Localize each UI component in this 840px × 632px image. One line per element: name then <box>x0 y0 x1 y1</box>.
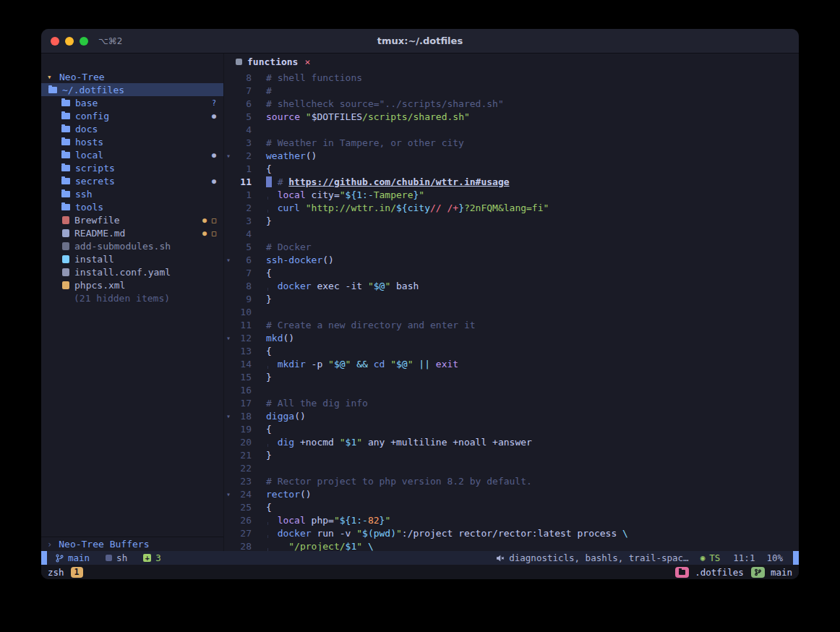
tree-item-phpcs-xml[interactable]: phpcs.xml <box>41 278 223 291</box>
fold-gutter <box>224 98 233 111</box>
line-text: curl "http://wttr.in/${city// /+}?2nFQM&… <box>252 202 549 215</box>
code-line[interactable]: 3} <box>224 215 799 228</box>
tmux-window-index-badge[interactable]: 1 <box>71 567 83 578</box>
code-line[interactable]: ▾6ssh-docker() <box>224 254 799 267</box>
code-line[interactable]: 5source "$DOTFILES/scripts/shared.sh" <box>224 111 799 124</box>
neotree-file-list[interactable]: ▾Neo-Tree~/.dotfilesbase?config●docshost… <box>41 70 223 537</box>
zoom-window-button[interactable] <box>80 37 88 46</box>
line-number: 14 <box>233 358 252 371</box>
line-number: 7 <box>233 85 252 98</box>
code-line[interactable]: 16 <box>224 384 799 397</box>
tree-item-label: config <box>75 111 109 121</box>
code-line[interactable]: 8 docker exec -it "$@" bash <box>224 280 799 293</box>
tree-item-base[interactable]: base? <box>41 96 223 109</box>
tmux-path-label: .dotfiles <box>695 567 744 578</box>
neotree-buffers-section[interactable]: › Neo-Tree Buffers <box>41 537 223 551</box>
fold-chevron-icon[interactable]: ▾ <box>224 150 233 163</box>
code-line[interactable]: 28 "/project/$1" \ <box>224 540 799 551</box>
minimize-window-button[interactable] <box>65 37 74 46</box>
fold-gutter <box>224 176 233 189</box>
code-line[interactable]: 11 # https://github.com/chubin/wttr.in#u… <box>224 176 799 189</box>
titlebar[interactable]: ⌥⌘2 tmux:~/.dotfiles <box>41 29 799 54</box>
code-line[interactable]: 17# All the dig info <box>224 397 799 410</box>
code-line[interactable]: 13{ <box>224 345 799 358</box>
code-line[interactable]: 15} <box>224 371 799 384</box>
code-line[interactable]: 1{ <box>224 163 799 176</box>
code-line[interactable]: 20 dig +nocmd "$1" any +multiline +noall… <box>224 436 799 449</box>
code-line[interactable]: ▾18digga() <box>224 410 799 423</box>
code-line[interactable]: 14 mkdir -p "$@" && cd "$@" || exit <box>224 358 799 371</box>
line-number: 19 <box>233 423 252 436</box>
code-line[interactable]: 21} <box>224 449 799 462</box>
git-branch-icon <box>755 568 761 576</box>
terminal-window: ⌥⌘2 tmux:~/.dotfiles ▾Neo-Tree~/.dotfile… <box>41 29 799 579</box>
code-line[interactable]: 19{ <box>224 423 799 436</box>
code-line[interactable]: 5# Docker <box>224 241 799 254</box>
diff-added-icon: + <box>143 554 151 562</box>
fold-gutter <box>224 306 233 319</box>
tree-item-hosts[interactable]: hosts <box>41 135 223 148</box>
yaml-icon <box>62 268 69 276</box>
code-line[interactable]: 4 <box>224 228 799 241</box>
line-number: 24 <box>233 488 252 501</box>
tree-item-install-conf-yaml[interactable]: install.conf.yaml <box>41 265 223 278</box>
tree-item-label: Brewfile <box>74 215 120 226</box>
tree-item-secrets[interactable]: secrets● <box>41 174 223 187</box>
line-text: digga() <box>252 410 306 423</box>
code-line[interactable]: 9} <box>224 293 799 306</box>
tab-close-icon[interactable]: × <box>304 56 310 67</box>
fold-chevron-icon[interactable]: ▾ <box>224 332 233 345</box>
git-branch-icon <box>56 554 64 563</box>
code-line[interactable]: 4 <box>224 124 799 137</box>
line-text: dig +nocmd "$1" any +multiline +noall +a… <box>252 436 532 449</box>
hidden-items-note: (21 hidden items) <box>41 291 223 304</box>
code-line[interactable]: 2 curl "http://wttr.in/${city// /+}?2nFQ… <box>224 202 799 215</box>
code-line[interactable]: 22 <box>224 462 799 475</box>
fold-chevron-icon[interactable]: ▾ <box>224 488 233 501</box>
code-line[interactable]: 27 docker run -v "$(pwd)":/project recto… <box>224 527 799 540</box>
code-line[interactable]: 10 <box>224 306 799 319</box>
tree-item-docs[interactable]: docs <box>41 122 223 135</box>
treesitter-segment: ◉ TS <box>700 552 721 563</box>
tree-item-scripts[interactable]: scripts <box>41 161 223 174</box>
line-text: local php="${1:-82}" <box>252 514 390 527</box>
fold-chevron-icon[interactable]: ▾ <box>224 410 233 423</box>
line-number: 27 <box>233 527 252 540</box>
tree-item-local[interactable]: local● <box>41 148 223 161</box>
code-line[interactable]: 23# Rector project to php version 8.2 by… <box>224 475 799 488</box>
tree-item-install[interactable]: install <box>41 252 223 265</box>
neotree-title[interactable]: ▾Neo-Tree <box>41 70 223 83</box>
code-line[interactable]: 11# Create a new directory and enter it <box>224 319 799 332</box>
line-text: local city="${1:-Tampere}" <box>252 189 424 202</box>
code-line[interactable]: ▾24rector() <box>224 488 799 501</box>
tree-item-label: ssh <box>75 189 92 200</box>
code-line[interactable]: 7{ <box>224 267 799 280</box>
close-window-button[interactable] <box>51 37 59 46</box>
tab-functions[interactable]: functions × <box>230 54 316 70</box>
code-line[interactable]: ▾12mkd() <box>224 332 799 345</box>
tree-item-tools[interactable]: tools <box>41 200 223 213</box>
tree-item-readme-md[interactable]: README.md●□ <box>41 226 223 239</box>
code-line[interactable]: 1 local city="${1:-Tampere}" <box>224 189 799 202</box>
code-line[interactable]: 8# shell functions <box>224 72 799 85</box>
text-cursor <box>266 176 272 187</box>
code-line[interactable]: 3# Weather in Tampere, or other city <box>224 137 799 150</box>
line-text: } <box>252 293 272 306</box>
scroll-progress: 10% <box>766 552 783 563</box>
code-line[interactable]: 6# shellcheck source="../scripts/shared.… <box>224 98 799 111</box>
tree-item-add-submodules-sh[interactable]: add-submodules.sh <box>41 239 223 252</box>
fold-chevron-icon[interactable]: ▾ <box>224 254 233 267</box>
tree-item-brewfile[interactable]: Brewfile●□ <box>41 213 223 226</box>
tree-item-config[interactable]: config● <box>41 109 223 122</box>
tree-item--dotfiles[interactable]: ~/.dotfiles <box>41 83 223 96</box>
tree-item-label: phpcs.xml <box>74 280 125 291</box>
code-line[interactable]: 7# <box>224 85 799 98</box>
code-line[interactable]: 25{ <box>224 501 799 514</box>
code-line[interactable]: ▾2weather() <box>224 150 799 163</box>
chevron-down-icon[interactable]: ▾ <box>47 72 54 82</box>
folder-icon <box>61 113 70 119</box>
code-line[interactable]: 26 local php="${1:-82}" <box>224 514 799 527</box>
tree-item-label: scripts <box>75 163 115 174</box>
code-lines[interactable]: 8# shell functions7#6# shellcheck source… <box>224 70 799 551</box>
tree-item-ssh[interactable]: ssh <box>41 187 223 200</box>
